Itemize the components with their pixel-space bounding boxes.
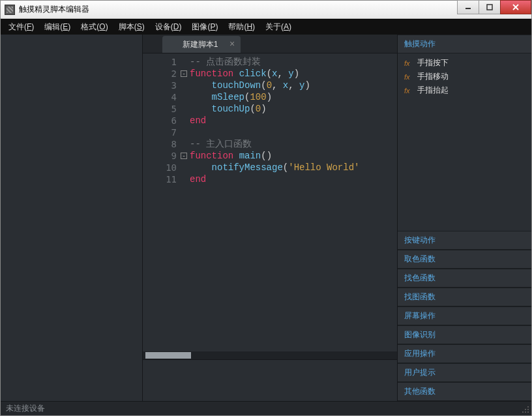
svg-point-5 (527, 409, 529, 410)
code-line[interactable]: function main() (190, 150, 397, 162)
code-line[interactable]: -- 点击函数封装 (190, 56, 397, 68)
menu-item-e[interactable]: 编辑(E) (39, 20, 76, 35)
svg-point-7 (525, 409, 526, 410)
line-number: 8 (143, 138, 177, 150)
menubar: 文件(F)编辑(E)格式(O)脚本(S)设备(D)图像(P)帮助(H)关于(A) (1, 19, 531, 35)
function-label: 手指抬起 (417, 85, 449, 96)
accordion-header[interactable]: 应用操作 (398, 344, 531, 363)
tab-label: 新建脚本1 (183, 40, 218, 49)
svg-rect-1 (487, 5, 492, 10)
fold-toggle-icon[interactable]: - (181, 153, 187, 159)
code-line[interactable]: notifyMessage('Hello World' (190, 162, 397, 173)
accordion-header[interactable]: 屏幕操作 (398, 306, 531, 325)
menu-item-f[interactable]: 文件(F) (3, 20, 39, 35)
accordion-header[interactable]: 图像识别 (398, 325, 531, 344)
line-number: 2 (143, 68, 177, 80)
fx-icon: fx (404, 73, 413, 81)
svg-point-9 (522, 411, 524, 413)
horizontal-scrollbar[interactable] (143, 351, 397, 359)
line-gutter: 1234567891011 (143, 53, 181, 359)
menu-item-p[interactable]: 图像(P) (186, 20, 223, 35)
code-line[interactable]: mSleep(100) (190, 91, 397, 103)
accordion-header[interactable]: 其他函数 (398, 382, 531, 401)
left-panel (1, 35, 143, 401)
line-number: 10 (143, 162, 177, 173)
tab-bar: 新建脚本1 × (143, 35, 397, 53)
accordion-header[interactable]: 找图函数 (398, 288, 531, 306)
function-item[interactable]: fx手指移动 (398, 70, 531, 83)
close-tab-icon[interactable]: × (228, 40, 237, 49)
menu-item-a[interactable]: 关于(A) (260, 20, 297, 35)
code-editor[interactable]: 1234567891011 -- -- 点击函数封装function click… (143, 53, 397, 359)
accordion-header[interactable]: 触摸动作 (398, 35, 531, 53)
code-line[interactable]: touchDown(0, x, y) (190, 80, 397, 91)
minimize-button[interactable] (457, 0, 479, 14)
line-number: 3 (143, 80, 177, 91)
code-line[interactable]: -- 主入口函数 (190, 138, 397, 150)
svg-point-8 (525, 411, 526, 413)
status-text: 未连接设备 (6, 403, 45, 414)
svg-point-6 (527, 411, 529, 413)
right-panel: 触摸动作fx手指按下fx手指移动fx手指抬起按键动作取色函数找色函数找图函数屏幕… (397, 35, 531, 401)
menu-item-d[interactable]: 设备(D) (150, 20, 187, 35)
status-bar: 未连接设备 (1, 401, 531, 415)
fold-toggle-icon[interactable]: - (181, 70, 187, 77)
window-title: 触摸精灵脚本编辑器 (19, 4, 89, 15)
function-item[interactable]: fx手指抬起 (398, 83, 531, 97)
output-panel (143, 359, 397, 401)
code-line[interactable]: function click(x, y) (190, 68, 397, 80)
code-area[interactable]: -- 点击函数封装function click(x, y) touchDown(… (190, 53, 397, 359)
center-panel: 新建脚本1 × 1234567891011 -- -- 点击函数封装functi… (143, 35, 397, 401)
fx-icon: fx (404, 59, 413, 67)
fx-icon: fx (404, 87, 413, 95)
code-line[interactable]: touchUp(0) (190, 103, 397, 115)
app-window: 触摸精灵脚本编辑器 文件(F)编辑(E)格式(O)脚本(S)设备(D)图像(P)… (0, 0, 532, 416)
tab-script[interactable]: 新建脚本1 × (162, 36, 241, 53)
window-controls (457, 0, 531, 14)
code-line[interactable]: end (190, 173, 397, 185)
maximize-button[interactable] (479, 0, 501, 14)
scrollbar-thumb[interactable] (145, 352, 191, 359)
menu-item-s[interactable]: 脚本(S) (113, 20, 150, 35)
resize-grip-icon[interactable] (521, 405, 530, 414)
accordion-content: fx手指按下fx手指移动fx手指抬起 (398, 53, 531, 100)
line-number: 7 (143, 126, 177, 138)
menu-item-h[interactable]: 帮助(H) (223, 20, 260, 35)
close-button[interactable] (500, 0, 531, 14)
function-label: 手指移动 (417, 71, 449, 82)
fold-column: -- (181, 53, 190, 359)
line-number: 9 (143, 150, 177, 162)
code-line[interactable] (190, 126, 397, 138)
accordion-header[interactable]: 找色函数 (398, 269, 531, 288)
svg-point-4 (527, 406, 529, 408)
function-label: 手指按下 (417, 57, 449, 68)
accordion-header[interactable]: 用户提示 (398, 363, 531, 382)
main-area: 新建脚本1 × 1234567891011 -- -- 点击函数封装functi… (1, 35, 531, 401)
line-number: 5 (143, 103, 177, 115)
titlebar: 触摸精灵脚本编辑器 (1, 1, 531, 19)
line-number: 4 (143, 91, 177, 103)
menu-item-o[interactable]: 格式(O) (76, 20, 113, 35)
line-number: 1 (143, 56, 177, 68)
function-item[interactable]: fx手指按下 (398, 56, 531, 70)
line-number: 11 (143, 173, 177, 185)
code-line[interactable]: end (190, 115, 397, 126)
accordion-header[interactable]: 按键动作 (398, 231, 531, 250)
app-icon (5, 5, 15, 15)
accordion-header[interactable]: 取色函数 (398, 250, 531, 269)
line-number: 6 (143, 115, 177, 126)
